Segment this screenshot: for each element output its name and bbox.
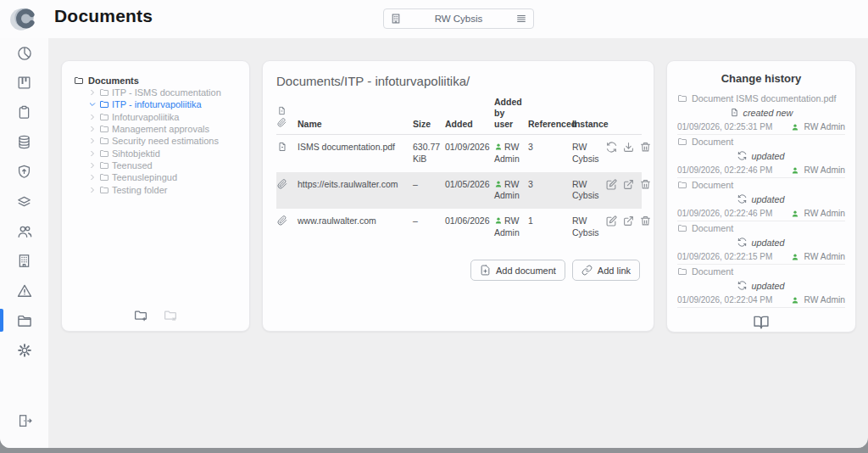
sync-icon <box>737 281 747 290</box>
file-icon <box>277 142 287 152</box>
history-action: updated <box>751 151 784 161</box>
delete-icon[interactable] <box>640 179 651 190</box>
folder-tree-panel: Documents ITP - ISMS documentation ITP -… <box>61 60 250 332</box>
open-external-icon[interactable] <box>623 215 634 226</box>
change-history-title: Change history <box>677 72 845 85</box>
add-link-button[interactable]: Add link <box>572 260 640 281</box>
logout-button[interactable] <box>0 412 48 429</box>
folder-icon <box>99 87 109 98</box>
link-added: 01/06/2026 <box>444 209 493 245</box>
sidebar-item-settings[interactable] <box>0 335 48 365</box>
folder-icon <box>677 223 687 233</box>
tree-item[interactable]: Sihtobjektid <box>74 147 241 159</box>
edit-icon[interactable] <box>606 215 617 226</box>
sidebar-item-users[interactable] <box>0 216 48 246</box>
sidebar-item-organization[interactable] <box>0 246 48 276</box>
book-icon <box>753 314 770 331</box>
sync-icon[interactable] <box>606 142 617 153</box>
tree-item[interactable]: Teenuslepingud <box>74 171 241 183</box>
link-name: https://eits.raulwalter.com <box>297 172 412 209</box>
history-target: Document <box>692 223 733 233</box>
tree-item[interactable]: ITP - ISMS documentation <box>74 87 241 98</box>
chevron-right-icon[interactable] <box>88 88 97 97</box>
user-icon <box>791 166 799 175</box>
chevron-right-icon[interactable] <box>88 125 97 133</box>
clipboard-icon <box>16 104 32 120</box>
edit-icon[interactable] <box>606 179 617 190</box>
chevron-right-icon[interactable] <box>88 186 97 194</box>
sync-icon <box>737 151 747 160</box>
row-actions <box>605 209 642 245</box>
folder-icon <box>16 312 33 329</box>
instance-selector[interactable]: RW Cybsis <box>383 8 534 29</box>
history-timestamp: 01/09/2026, 02:22:15 PM <box>677 252 772 261</box>
delete-icon[interactable] <box>640 215 651 226</box>
add-folder-icon[interactable] <box>133 308 148 323</box>
history-entry: Document updated 01/09/2026, 02:22:46 PM… <box>677 135 845 178</box>
layers-icon <box>16 193 32 210</box>
user-icon <box>494 143 503 151</box>
open-external-icon[interactable] <box>623 179 634 190</box>
folder-icon <box>99 124 109 134</box>
gear-icon <box>16 342 33 359</box>
tree-item-label: Testing folder <box>112 185 167 195</box>
chevron-right-icon[interactable] <box>88 137 97 145</box>
tree-item-label: ITP - infoturvapoliitika <box>112 99 202 109</box>
paperclip-icon <box>277 179 287 189</box>
folder-icon <box>677 93 687 103</box>
folder-icon <box>99 148 109 159</box>
document-added-by: RW Admin <box>493 135 527 172</box>
table-row[interactable]: www.raulwalter.com – 01/06/2026 RW Admin… <box>276 209 642 245</box>
shield-icon <box>16 164 32 180</box>
document-added: 01/09/2026 <box>444 135 493 172</box>
menu-icon[interactable] <box>515 13 527 25</box>
history-entry: Document ISMS documentation.pdf created … <box>677 92 845 135</box>
column-header-actions <box>605 95 642 135</box>
sidebar-item-documents[interactable] <box>0 305 48 335</box>
tree-item[interactable]: Infoturvapoliitika <box>74 111 241 123</box>
history-timestamp: 01/09/2026, 02:22:46 PM <box>677 209 772 218</box>
tree-item-label: Sihtobjektid <box>112 148 160 159</box>
tree-item[interactable]: Security need estimations <box>74 135 241 147</box>
add-document-button[interactable]: Add document <box>470 260 565 281</box>
chevron-down-icon[interactable] <box>88 100 97 109</box>
tree-item-label: Teenuslepingud <box>112 172 177 182</box>
remove-folder-icon[interactable] <box>163 308 178 323</box>
delete-icon[interactable] <box>640 142 651 153</box>
building-icon <box>390 13 402 25</box>
tree-item[interactable]: Teenused <box>74 159 241 171</box>
link-instance: RW Cybsis <box>571 209 605 245</box>
top-header: Documents RW Cybsis <box>0 0 868 38</box>
type-column-header <box>276 95 297 135</box>
sidebar <box>0 38 48 448</box>
table-row[interactable]: https://eits.raulwalter.com – 01/05/2026… <box>276 172 642 209</box>
sidebar-item-tasks[interactable] <box>0 98 48 127</box>
warning-icon <box>16 282 33 299</box>
sidebar-item-kanban[interactable] <box>0 68 48 98</box>
sidebar-item-layers[interactable] <box>0 187 48 216</box>
chevron-right-icon[interactable] <box>88 173 97 182</box>
tree-actions <box>62 308 249 323</box>
tree-item-selected[interactable]: ITP - infoturvapoliitika <box>74 98 241 110</box>
download-icon[interactable] <box>623 142 634 153</box>
sidebar-item-assets[interactable] <box>0 127 48 157</box>
history-entry: Document updated 01/09/2026, 02:22:46 PM… <box>677 178 845 221</box>
sidebar-item-dashboard[interactable] <box>0 38 48 68</box>
history-action: created new <box>743 108 793 118</box>
table-row[interactable]: ISMS documentation.pdf 630.77 KiB 01/09/… <box>276 135 642 172</box>
full-history-button[interactable] <box>677 314 845 331</box>
folder-icon <box>677 137 687 147</box>
tree-root[interactable]: Documents <box>74 74 241 87</box>
tree-item[interactable]: Testing folder <box>74 183 241 195</box>
chevron-right-icon[interactable] <box>88 161 97 170</box>
documents-panel: Documents/ITP - infoturvapoliitika/ Name… <box>262 60 654 332</box>
app-logo-icon <box>9 4 38 33</box>
chevron-right-icon[interactable] <box>88 113 97 121</box>
sidebar-item-security[interactable] <box>0 157 48 187</box>
history-user: RW Admin <box>804 252 845 261</box>
kanban-board-icon <box>16 75 32 91</box>
tree-item[interactable]: Management approvals <box>74 123 241 135</box>
sidebar-item-risks[interactable] <box>0 276 48 305</box>
chevron-right-icon[interactable] <box>88 149 97 158</box>
paperclip-icon <box>277 118 287 127</box>
